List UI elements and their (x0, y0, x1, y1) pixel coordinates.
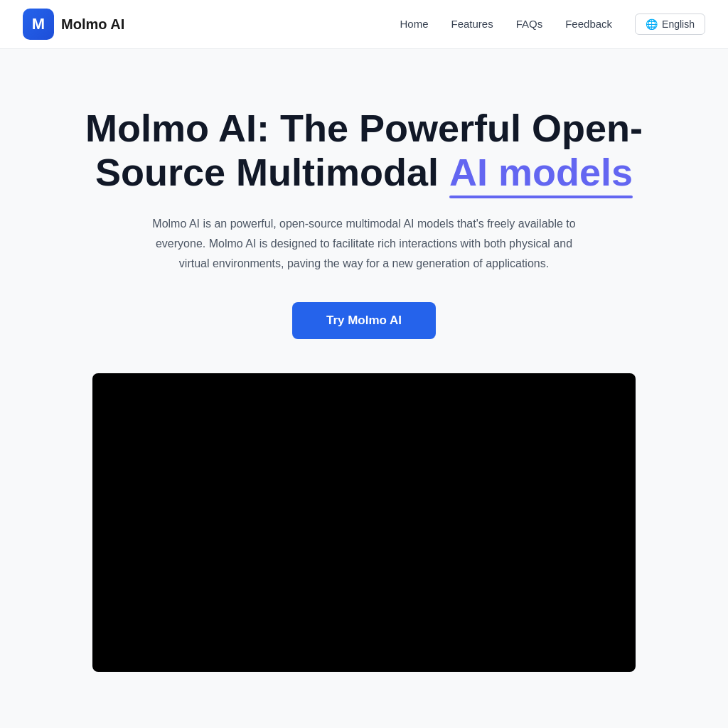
nav-links: Home Features FAQs Feedback 🌐 English (400, 14, 705, 35)
brand-logo-icon: M (23, 9, 54, 40)
navbar: M Molmo AI Home Features FAQs Feedback 🌐… (0, 0, 728, 49)
nav-features[interactable]: Features (451, 18, 493, 30)
nav-feedback[interactable]: Feedback (565, 18, 612, 30)
brand-logo-link[interactable]: M Molmo AI (23, 9, 124, 40)
nav-faqs[interactable]: FAQs (516, 18, 543, 30)
globe-icon: 🌐 (646, 18, 658, 30)
language-label: English (662, 18, 695, 30)
hero-title: Molmo AI: The Powerful Open-Source Multi… (58, 106, 670, 194)
hero-section: Molmo AI: The Powerful Open-Source Multi… (0, 49, 728, 700)
language-button[interactable]: 🌐 English (635, 14, 705, 35)
hero-title-highlight: AI models (449, 150, 633, 194)
brand-logo-letter: M (32, 15, 45, 33)
demo-video[interactable] (92, 373, 636, 672)
nav-home[interactable]: Home (400, 18, 428, 30)
cta-button[interactable]: Try Molmo AI (292, 302, 436, 339)
brand-name: Molmo AI (61, 16, 124, 33)
hero-description: Molmo AI is an powerful, open-source mul… (151, 214, 577, 274)
